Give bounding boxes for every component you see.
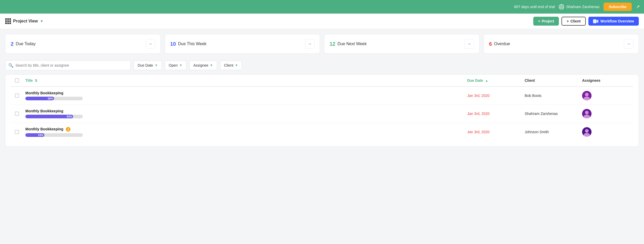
due-next-week-arrow[interactable]: → (465, 39, 474, 49)
workflow-overview-button[interactable]: Workflow Overview (588, 17, 639, 26)
row2-client: Shahram Zarshenas (525, 112, 582, 116)
svg-point-0 (561, 5, 562, 7)
row1-progress-label: 50% (48, 97, 53, 100)
row3-progress-bar: 33% (25, 133, 83, 137)
row3-client: Johnson Smith (525, 130, 582, 134)
row2-progress-label: 83% (67, 115, 72, 118)
summary-card-due-this-week[interactable]: 10 Due This Week → (165, 34, 320, 54)
add-project-button[interactable]: + Project (533, 17, 559, 26)
add-client-button[interactable]: + Client (561, 17, 586, 26)
table-row: Monthly Bookkeeping 83% Jan 3rd, 2020 Sh… (11, 105, 633, 123)
title-header-label: Title (25, 78, 33, 83)
overdue-label: Overdue (494, 42, 510, 46)
project-view-label: Project View (13, 19, 38, 24)
assignee-label: Assignee (193, 63, 208, 67)
subscribe-button[interactable]: Subscribe (604, 3, 632, 11)
project-view-button[interactable]: Project View ▼ (5, 18, 44, 24)
row3-progress-fill: 33% (25, 133, 44, 137)
row2-progress-bar: 83% (25, 115, 83, 118)
plus-icon: + (538, 19, 540, 23)
client-header-label: Client (525, 78, 535, 83)
row3-due-date: Jan 3rd, 2020 (467, 130, 525, 134)
summary-card-left-2: 10 Due This Week (170, 41, 207, 47)
svg-point-6 (585, 111, 589, 114)
summary-card-left-3: 12 Due Next Week (330, 41, 367, 47)
status-label: Open (169, 63, 178, 67)
workflow-label: Workflow Overview (600, 19, 634, 23)
status-filter[interactable]: Open ▼ (165, 61, 186, 70)
assignee-chevron: ▼ (210, 63, 213, 67)
search-input[interactable] (5, 60, 131, 70)
chevron-down-icon: ▼ (40, 19, 44, 23)
column-header-assignees: Assignees (582, 78, 629, 83)
row2-checkbox-cell (15, 112, 25, 116)
row1-progress-bar: 50% (25, 97, 83, 100)
summary-card-due-next-week[interactable]: 12 Due Next Week → (324, 34, 479, 54)
table-row: Monthly Bookkeeping 50% Jan 3rd, 2020 Bo… (11, 87, 633, 105)
svg-point-9 (585, 129, 589, 133)
toolbar-right: + Project + Client Workflow Overview (533, 17, 639, 26)
row3-checkbox[interactable] (15, 130, 19, 134)
row3-checkbox-cell (15, 130, 25, 134)
add-client-label: Client (570, 19, 581, 23)
due-date-header-label: Due Date (467, 78, 483, 83)
row2-checkbox[interactable] (15, 112, 19, 116)
due-next-week-label: Due Next Week (337, 42, 367, 46)
overdue-arrow[interactable]: → (624, 39, 633, 49)
column-header-client: Client (525, 78, 582, 83)
due-today-arrow[interactable]: → (146, 39, 155, 49)
due-today-label: Due Today (16, 42, 36, 46)
svg-rect-1 (593, 19, 596, 23)
due-today-count: 2 (11, 41, 14, 47)
client-filter[interactable]: Client ▼ (220, 61, 242, 70)
row3-task-info: Monthly Bookkeeping 1 33% (25, 127, 467, 137)
client-label: Client (224, 63, 233, 67)
row1-task-info: Monthly Bookkeeping 50% (25, 91, 467, 100)
due-date-filter[interactable]: Due Date ▼ (134, 61, 162, 70)
column-header-due-date[interactable]: Due Date ▲ (467, 78, 525, 83)
plus-client-icon: + (567, 19, 569, 23)
search-icon: 🔍 (8, 63, 14, 68)
row2-assignee (582, 109, 629, 118)
user-name: Shahram Zarshenas (566, 5, 599, 9)
summary-section: 2 Due Today → 10 Due This Week → 12 Due … (0, 29, 644, 56)
row2-task-title: Monthly Bookkeeping (25, 109, 467, 113)
row1-avatar (582, 91, 592, 100)
due-next-week-count: 12 (330, 41, 335, 47)
due-this-week-arrow[interactable]: → (305, 39, 314, 49)
top-bar: 607 days until end of trial Shahram Zars… (0, 0, 644, 14)
toolbar: Project View ▼ + Project + Client Workfl… (0, 14, 644, 29)
due-this-week-count: 10 (170, 41, 176, 47)
header-checkbox[interactable] (15, 78, 19, 83)
row2-progress-fill: 83% (25, 115, 73, 118)
column-header-title[interactable]: Title ⇅ (25, 78, 467, 83)
user-icon (559, 4, 564, 9)
external-link-icon[interactable]: ↗ (636, 4, 640, 10)
row3-avatar (582, 127, 592, 137)
overdue-count: 6 (489, 41, 492, 47)
search-wrapper: 🔍 (5, 60, 131, 70)
row1-checkbox-cell (15, 94, 25, 98)
due-date-chevron: ▼ (155, 63, 158, 67)
grid-icon (5, 18, 11, 24)
row3-task-title: Monthly Bookkeeping 1 (25, 127, 467, 132)
assignees-header-label: Assignees (582, 78, 600, 83)
video-icon (593, 19, 598, 23)
row2-task-info: Monthly Bookkeeping 83% (25, 109, 467, 118)
assignee-filter[interactable]: Assignee ▼ (189, 61, 217, 70)
row1-due-date: Jan 3rd, 2020 (467, 94, 525, 98)
summary-card-due-today[interactable]: 2 Due Today → (5, 34, 161, 54)
svg-point-3 (585, 93, 589, 96)
row1-assignee (582, 91, 629, 100)
row2-avatar (582, 109, 592, 118)
row1-checkbox[interactable] (15, 94, 19, 98)
due-this-week-label: Due This Week (178, 42, 207, 46)
row1-task-title: Monthly Bookkeeping (25, 91, 467, 95)
row3-assignee (582, 127, 629, 137)
title-sort-icon: ⇅ (35, 79, 37, 83)
status-chevron: ▼ (179, 63, 182, 67)
trial-text: 607 days until end of trial (514, 5, 555, 9)
summary-card-overdue[interactable]: 6 Overdue → (484, 34, 639, 54)
summary-card-left: 2 Due Today (11, 41, 36, 47)
table-header: Title ⇅ Due Date ▲ Client Assignees (11, 75, 633, 87)
